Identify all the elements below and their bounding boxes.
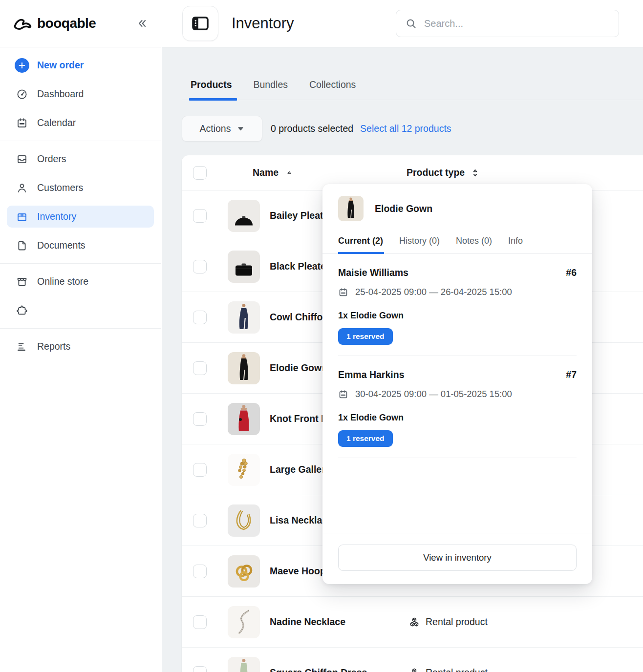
orders-icon [15,152,29,167]
search-box[interactable] [396,10,619,37]
row-checkbox[interactable] [193,666,207,672]
calendar-icon [338,389,348,399]
logo-row: booqable [0,0,161,47]
reports-icon [15,339,29,354]
boxes-icon [409,617,420,628]
toolbar: Actions 0 products selected Select all 1… [182,116,451,142]
row-checkbox[interactable] [193,463,207,477]
nav-group: New orderDashboardCalendar [0,47,161,141]
sidebar-item-label: New order [37,60,84,71]
nav-group: Online storeApp store [0,263,161,328]
order-line-item: 1x Elodie Gown [338,311,577,321]
sidebar-item-label: Dashboard [37,88,84,100]
sidebar-nav: New orderDashboardCalendarOrdersCustomer… [0,47,161,364]
popover-tab-info[interactable]: Info [508,236,523,253]
nav-group: Reports [0,328,161,364]
product-thumbnail [228,352,260,384]
chevron-down-icon [237,125,244,132]
tab-bundles[interactable]: Bundles [254,69,288,100]
row-checkbox[interactable] [193,361,207,375]
sidebar-item-app-store[interactable]: App store [0,296,161,325]
sidebar-item-label: Calendar [37,117,76,128]
column-header-name[interactable]: Name [253,167,293,178]
row-checkbox[interactable] [193,565,207,578]
reserved-badge: 1 reserved [338,430,393,447]
sidebar-item-online-store[interactable]: Online store [0,267,161,296]
sidebar-item-dashboard[interactable]: Dashboard [0,80,161,108]
nav-group: OrdersCustomersInventoryDocuments [0,141,161,263]
inventory-tabs: ProductsBundlesCollections [182,69,643,100]
selection-count: 0 products selected [271,123,353,134]
plus-icon [15,58,29,73]
rental-period: 30-04-2025 09:00 — 01-05-2025 15:00 [355,389,512,399]
row-checkbox[interactable] [193,209,207,223]
select-all-checkbox[interactable] [193,166,207,180]
row-checkbox[interactable] [193,514,207,527]
documents-icon [15,238,29,253]
sidebar-item-inventory[interactable]: Inventory [7,206,154,228]
product-thumbnail [228,555,260,588]
boxes-icon [409,668,420,672]
popover-tab-history-0-[interactable]: History (0) [399,236,440,253]
tab-collections[interactable]: Collections [309,69,356,100]
search-input[interactable] [424,18,609,29]
sidebar-item-new-order[interactable]: New order [0,51,161,80]
dashboard-icon [15,87,29,102]
product-thumbnail [228,403,260,435]
select-all-link[interactable]: Select all 12 products [360,123,451,134]
actions-label: Actions [200,123,231,134]
product-thumbnail [228,454,260,486]
row-checkbox[interactable] [193,412,207,426]
main-header: Inventory [162,0,643,47]
boomerang-icon [13,15,33,32]
sidebar-item-label: Inventory [37,211,76,222]
reserved-badge: 1 reserved [338,328,393,345]
table-row[interactable]: Nadine NecklaceRental product [182,597,643,648]
popover-footer: View in inventory [322,533,592,584]
sidebar-item-label: Reports [37,341,70,352]
row-checkbox[interactable] [193,615,207,629]
product-availability-popover: Elodie Gown Current (2)History (0)Notes … [322,184,592,584]
sidebar-item-label: Customers [37,182,83,193]
search-icon [406,18,417,29]
sort-up-icon[interactable] [286,169,293,176]
row-checkbox[interactable] [193,260,207,273]
actions-button[interactable]: Actions [182,116,262,142]
product-thumbnail [228,606,260,638]
product-thumbnail [228,504,260,537]
popover-tab-current-2-[interactable]: Current (2) [338,236,383,253]
rental-period: 25-04-2025 09:00 — 26-04-2025 15:00 [355,287,512,297]
popover-header: Elodie Gown [322,184,592,224]
order-entry[interactable]: Emma Harkins#730-04-2025 09:00 — 01-05-2… [338,356,577,458]
sidebar-item-label: Online store [37,276,88,287]
table-row[interactable]: Square Chiffon DressRental product [182,648,643,672]
sidebar-item-label: Documents [37,240,86,251]
sidebar-item-calendar[interactable]: Calendar [0,108,161,137]
product-name: Nadine Necklace [270,616,389,628]
product-thumbnail [228,200,260,232]
product-thumbnail [228,251,260,283]
appstore-icon: App store [15,303,29,318]
chevrons-left-icon[interactable] [135,17,148,30]
view-in-inventory-button[interactable]: View in inventory [338,545,577,571]
product-type: Rental product [409,616,488,628]
product-thumbnail [228,301,260,334]
column-header-product-type[interactable]: Product type [407,167,479,178]
sidebar-layout-icon[interactable] [182,6,218,41]
sidebar-item-orders[interactable]: Orders [0,145,161,173]
sidebar-item-label: Orders [37,153,66,165]
product-thumbnail [338,196,364,221]
popover-entries: Maisie Williams#625-04-2025 09:00 — 26-0… [322,254,592,458]
customer-name: Emma Harkins [338,369,404,380]
tab-products[interactable]: Products [191,69,232,100]
sort-both-icon[interactable] [472,168,479,178]
popover-tab-notes-0-[interactable]: Notes (0) [456,236,492,253]
sidebar-item-reports[interactable]: Reports [0,332,161,361]
inventory-icon [15,210,29,224]
product-type: Rental product [409,667,488,672]
row-checkbox[interactable] [193,311,207,324]
order-entry[interactable]: Maisie Williams#625-04-2025 09:00 — 26-0… [338,254,577,356]
sidebar-item-documents[interactable]: Documents [0,231,161,260]
order-number: #7 [566,369,577,380]
sidebar-item-customers[interactable]: Customers [0,173,161,202]
